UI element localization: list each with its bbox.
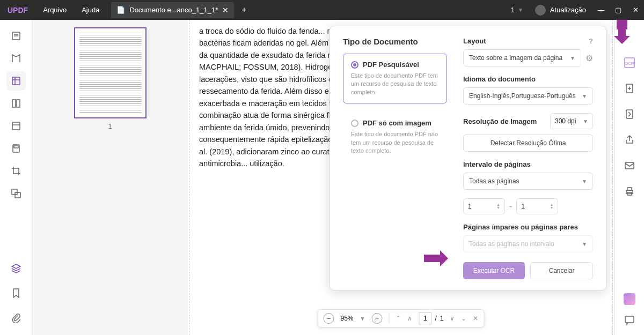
compress-button[interactable] bbox=[622, 107, 637, 122]
next-page-button[interactable]: ∨ bbox=[450, 315, 455, 322]
tool-edit[interactable] bbox=[6, 49, 26, 68]
tab-title: Documento e...anco_1_1_1* bbox=[129, 6, 218, 14]
radio-unchecked-icon bbox=[351, 120, 358, 127]
file-icon: 📄 bbox=[116, 6, 125, 14]
maximize-button[interactable]: ▢ bbox=[610, 0, 627, 20]
tool-crop[interactable] bbox=[6, 161, 26, 181]
svg-rect-6 bbox=[12, 122, 20, 130]
page-range-select[interactable]: Todas as páginas ▼ bbox=[463, 173, 593, 190]
tool-form[interactable] bbox=[6, 116, 26, 136]
page-separator: / bbox=[435, 315, 436, 322]
menu-file[interactable]: Arquivo bbox=[35, 6, 74, 14]
searchable-desc: Este tipo de documento PDF tem um recurs… bbox=[351, 72, 439, 96]
thumbnail-number: 1 bbox=[108, 123, 112, 130]
range-separator: - bbox=[509, 202, 512, 211]
close-button[interactable]: ✕ bbox=[627, 0, 644, 20]
last-page-button[interactable]: ⌄ bbox=[461, 315, 466, 322]
searchable-label: PDF Pesquisável bbox=[363, 61, 419, 69]
cancel-button[interactable]: Cancelar bbox=[530, 262, 593, 279]
range-from-input[interactable]: 1 ▲▼ bbox=[463, 198, 505, 214]
image-only-label: PDF só com imagem bbox=[363, 119, 431, 127]
tool-layers[interactable] bbox=[6, 259, 26, 278]
first-page-button[interactable]: ⌃ bbox=[396, 315, 401, 322]
svg-rect-22 bbox=[625, 316, 634, 323]
layout-title: Layout bbox=[463, 37, 486, 45]
help-icon[interactable]: ? bbox=[589, 37, 593, 45]
svg-rect-10 bbox=[12, 189, 17, 195]
close-zoom-button[interactable]: ✕ bbox=[473, 315, 478, 322]
chevron-down-icon: ▼ bbox=[583, 118, 588, 124]
add-tab-button[interactable]: + bbox=[234, 5, 254, 15]
left-toolbar bbox=[0, 20, 32, 335]
chevron-down-icon: ▼ bbox=[582, 241, 587, 247]
page-input[interactable] bbox=[419, 312, 431, 324]
option-image-only-pdf[interactable]: PDF só com imagem Este tipo de documento… bbox=[343, 112, 447, 162]
print-button[interactable] bbox=[622, 184, 637, 199]
tool-protect[interactable] bbox=[6, 139, 26, 158]
chevron-down-icon[interactable]: ▼ bbox=[360, 316, 365, 322]
page-indicator[interactable]: 1 ▼ bbox=[506, 6, 529, 14]
svg-rect-3 bbox=[12, 77, 20, 85]
lang-value: English-Inglês,Portuguese-Português bbox=[469, 92, 576, 100]
page-total: 1 bbox=[440, 315, 444, 322]
svg-rect-17 bbox=[626, 110, 633, 118]
radio-checked-icon bbox=[351, 61, 358, 69]
chat-button[interactable] bbox=[622, 312, 637, 327]
layout-select[interactable]: Texto sobre a imagem da página ▼ bbox=[463, 49, 581, 66]
annotation-arrow-top bbox=[611, 20, 633, 49]
svg-rect-5 bbox=[17, 100, 20, 107]
ai-button[interactable] bbox=[624, 293, 635, 305]
tool-comment[interactable] bbox=[6, 71, 26, 91]
svg-rect-20 bbox=[627, 188, 632, 190]
doc-type-title: Tipo de Documento bbox=[343, 37, 447, 46]
zoom-in-button[interactable]: + bbox=[371, 313, 382, 324]
zoom-level: 95% bbox=[341, 315, 354, 322]
ocr-button[interactable]: OCR bbox=[622, 55, 637, 70]
zoom-out-button[interactable]: − bbox=[324, 313, 334, 324]
parity-title: Páginas ímpares ou páginas pares bbox=[463, 223, 593, 231]
page-number: 1 bbox=[511, 6, 515, 14]
language-select[interactable]: English-Inglês,Portuguese-Português ▼ bbox=[463, 87, 593, 105]
chevron-down-icon: ▼ bbox=[518, 7, 523, 13]
document-tab[interactable]: 📄 Documento e...anco_1_1_1* ✕ bbox=[111, 2, 234, 18]
tool-reader[interactable] bbox=[6, 26, 26, 46]
svg-rect-4 bbox=[12, 100, 16, 107]
res-value: 300 dpi bbox=[555, 117, 576, 125]
svg-rect-18 bbox=[625, 162, 634, 169]
minimize-button[interactable]: — bbox=[592, 0, 610, 20]
tool-convert[interactable] bbox=[6, 184, 26, 203]
menu-help[interactable]: Ajuda bbox=[74, 6, 107, 14]
close-icon[interactable]: ✕ bbox=[222, 6, 229, 14]
range-to-value: 1 bbox=[521, 203, 525, 210]
tool-page[interactable] bbox=[6, 94, 26, 113]
lang-title: Idioma do documento bbox=[463, 75, 593, 83]
option-searchable-pdf[interactable]: PDF Pesquisável Este tipo de documento P… bbox=[343, 54, 447, 103]
app-logo: UPDF bbox=[0, 6, 35, 14]
chevron-down-icon: ▼ bbox=[582, 178, 587, 184]
range-title: Intervalo de páginas bbox=[463, 160, 593, 168]
tool-bookmark[interactable] bbox=[6, 284, 26, 303]
chevron-down-icon: ▼ bbox=[582, 93, 587, 99]
add-page-button[interactable] bbox=[622, 81, 637, 96]
svg-rect-11 bbox=[15, 192, 20, 198]
resolution-select[interactable]: 300 dpi ▼ bbox=[550, 113, 593, 129]
prev-page-button[interactable]: ∧ bbox=[407, 315, 412, 322]
email-button[interactable] bbox=[622, 158, 637, 173]
range-value: Todas as páginas bbox=[469, 177, 519, 185]
range-to-input[interactable]: 1 ▲▼ bbox=[516, 198, 558, 214]
svg-rect-9 bbox=[14, 146, 18, 148]
titlebar: UPDF Arquivo Ajuda 📄 Documento e...anco_… bbox=[0, 0, 644, 20]
share-button[interactable] bbox=[622, 132, 637, 147]
zoom-toolbar: − 95% ▼ + ⌃ ∧ / 1 ∨ ⌄ ✕ bbox=[318, 309, 485, 327]
execute-ocr-button[interactable]: Executar OCR bbox=[463, 262, 525, 279]
detect-resolution-button[interactable]: Detectar Resolução Ótima bbox=[463, 135, 593, 152]
page-thumbnail[interactable] bbox=[74, 27, 147, 118]
stepper-down-icon[interactable]: ▼ bbox=[550, 206, 553, 210]
user-block[interactable]: Atualização bbox=[529, 5, 592, 16]
gear-icon[interactable]: ⚙ bbox=[586, 53, 593, 63]
chevron-down-icon: ▼ bbox=[570, 55, 575, 61]
tool-attachment[interactable] bbox=[6, 308, 26, 327]
stepper-down-icon[interactable]: ▼ bbox=[496, 206, 500, 210]
annotation-arrow-panel bbox=[424, 248, 449, 274]
res-title: Resolução de Imagem bbox=[463, 117, 545, 125]
